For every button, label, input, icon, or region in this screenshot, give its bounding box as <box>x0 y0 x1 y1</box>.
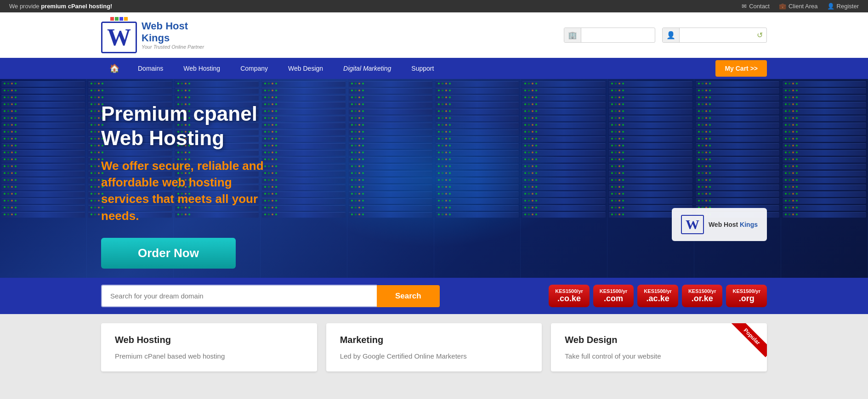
domain-badges: KES1500/yr.co.keKES1500/yr.comKES1500/yr… <box>549 285 767 307</box>
card-desc: Premium cPanel based web hosting <box>115 352 303 360</box>
cards-section: Web Hosting Premium cPanel based web hos… <box>0 314 868 381</box>
nav-web-design[interactable]: Web Design <box>278 58 333 79</box>
hero-title: Premium cpanel Web Hosting <box>101 102 267 151</box>
domain-badge[interactable]: KES1500/yr.or.ke <box>682 285 723 307</box>
domain-search-button[interactable]: Search <box>377 285 440 307</box>
refresh-icon: ↺ <box>753 28 766 42</box>
register-link[interactable]: 👤 Register <box>827 3 859 10</box>
contact-link[interactable]: ✉ Contact <box>742 3 770 10</box>
domain-search-bar: Search KES1500/yr.co.keKES1500/yr.comKES… <box>0 278 868 314</box>
header-search-box: 🏢 <box>564 28 655 43</box>
order-now-button[interactable]: Order Now <box>101 238 236 269</box>
card-0: Web Hosting Premium cPanel based web hos… <box>101 323 317 371</box>
logo-text: Web Host Kings Your Trusted Online Partn… <box>142 20 204 51</box>
briefcase-icon: 💼 <box>779 3 786 10</box>
card-1: Marketing Led by Google Certified Online… <box>326 323 542 371</box>
header-right: 🏢 👤 ↺ <box>564 28 767 43</box>
card-title: Marketing <box>340 335 528 345</box>
hero-content: Premium cpanel Web Hosting We offer secu… <box>0 79 368 278</box>
domain-badge[interactable]: KES1500/yr.co.ke <box>549 285 590 307</box>
tagline: Your Trusted Online Partner <box>142 44 204 50</box>
brand-name: Web Host Kings <box>142 20 204 45</box>
user-icon: 👤 <box>827 3 834 10</box>
hero-logo-letter: W <box>681 215 704 234</box>
logo-area: W Web Host Kings Your Trusted Online Par… <box>101 17 204 53</box>
hero-logo-text: Web Host Kings <box>709 221 758 228</box>
domain-badge[interactable]: KES1500/yr.org <box>726 285 767 307</box>
nav-company[interactable]: Company <box>230 58 278 79</box>
card-desc: Take full control of your website <box>565 352 753 360</box>
hero-logo-overlay: W Web Host Kings <box>672 208 767 241</box>
card-desc: Led by Google Certified Online Marketers <box>340 352 528 360</box>
building-icon: 🏢 <box>564 28 581 42</box>
hero-logo-box: W Web Host Kings <box>672 208 767 241</box>
nav-digital-marketing[interactable]: Digital Marketing <box>333 58 401 79</box>
top-bar: We provide premium cPanel hosting! ✉ Con… <box>0 0 868 12</box>
person-icon: 👤 <box>663 28 680 42</box>
header-search-input[interactable] <box>581 29 655 41</box>
home-nav-icon[interactable]: 🏠 <box>101 58 128 79</box>
card-title: Web Design <box>565 335 753 345</box>
domain-badge[interactable]: KES1500/yr.ac.ke <box>637 285 678 307</box>
main-nav: 🏠 Domains Web Hosting Company Web Design… <box>0 58 868 79</box>
hero-section: Premium cpanel Web Hosting We offer secu… <box>0 79 868 278</box>
header-user-input[interactable] <box>680 29 753 41</box>
header-user-box: 👤 ↺ <box>662 28 767 43</box>
nav-support[interactable]: Support <box>401 58 444 79</box>
card-title: Web Hosting <box>115 335 303 345</box>
domain-badge[interactable]: KES1500/yr.com <box>593 285 634 307</box>
card-2: Web Design Take full control of your web… <box>551 323 767 371</box>
popular-ribbon <box>730 323 767 360</box>
nav-domains[interactable]: Domains <box>128 58 173 79</box>
nav-web-hosting[interactable]: Web Hosting <box>173 58 230 79</box>
top-bar-links: ✉ Contact 💼 Client Area 👤 Register <box>742 3 859 10</box>
hero-subtitle: We offer secure, reliable and affordable… <box>101 157 267 225</box>
domain-search-input[interactable] <box>101 285 377 307</box>
logo-letter: W <box>101 22 137 53</box>
email-icon: ✉ <box>742 3 747 10</box>
client-area-link[interactable]: 💼 Client Area <box>779 3 818 10</box>
hero-brand-name: Web Host Kings <box>709 221 758 228</box>
top-bar-message: We provide premium cPanel hosting! <box>9 3 112 10</box>
header: W Web Host Kings Your Trusted Online Par… <box>0 12 868 58</box>
cart-button[interactable]: My Cart >> <box>715 60 767 77</box>
logo-pixel-decoration <box>110 17 128 21</box>
